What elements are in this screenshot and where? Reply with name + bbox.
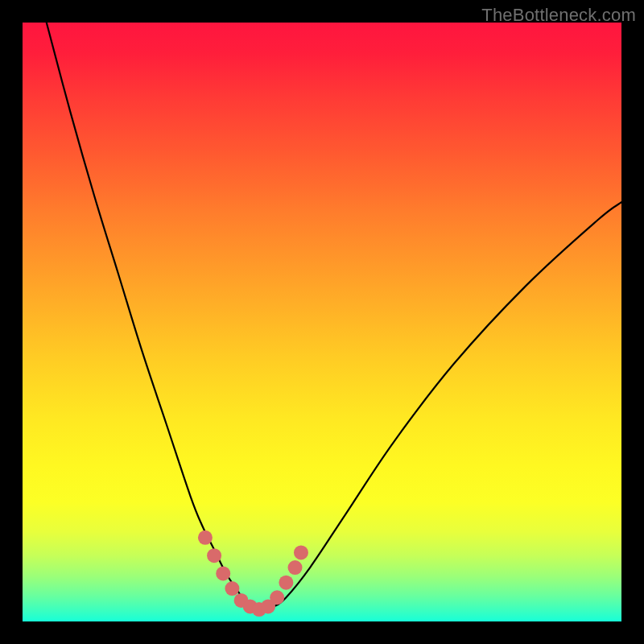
highlight-dot — [207, 548, 221, 563]
highlight-dots — [198, 530, 308, 617]
watermark-text: TheBottleneck.com — [481, 5, 636, 26]
highlight-dot — [279, 576, 293, 590]
bottleneck-curve-path — [47, 23, 621, 610]
highlight-dot — [294, 545, 308, 559]
highlight-dot — [198, 530, 213, 545]
chart-svg — [23, 23, 621, 621]
highlight-dot — [225, 581, 239, 596]
highlight-dot — [216, 566, 230, 580]
highlight-dot — [288, 560, 303, 575]
highlight-dot — [270, 590, 284, 605]
